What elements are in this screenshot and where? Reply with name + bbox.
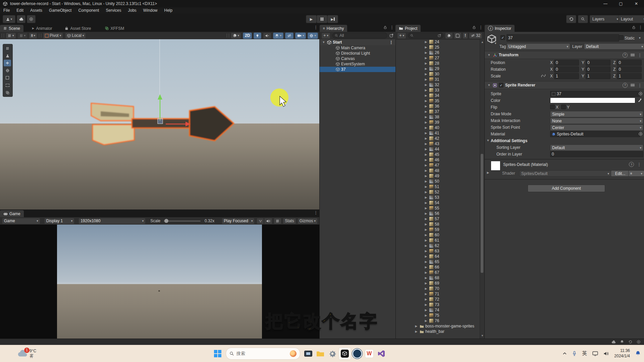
project-asset-row[interactable]: ▶ 69 xyxy=(395,281,480,286)
static-dropdown[interactable]: ▾ xyxy=(639,36,641,40)
expand-arrow-icon[interactable]: ▶ xyxy=(424,115,428,119)
expand-arrow-icon[interactable]: ▶ xyxy=(424,142,428,145)
expand-arrow-icon[interactable]: ▶ xyxy=(424,180,428,183)
volume-icon[interactable] xyxy=(603,351,609,356)
expand-arrow-icon[interactable]: ▶ xyxy=(424,233,428,237)
scene-audio-toggle[interactable] xyxy=(263,33,271,39)
project-asset-row[interactable]: ▶ 43 xyxy=(395,141,480,146)
rotation-z-field[interactable]: 0 xyxy=(617,66,642,72)
weather-widget[interactable]: 1 9°C 雾 xyxy=(17,349,36,359)
hierarchy-item-row[interactable]: Directional Light xyxy=(320,51,395,56)
expand-arrow-icon[interactable]: ▶ xyxy=(424,249,428,253)
microphone-icon[interactable] xyxy=(572,351,577,356)
undo-history-button[interactable] xyxy=(566,15,576,23)
project-asset-row[interactable]: ▶ 64 xyxy=(395,254,480,259)
tab-hierarchy[interactable]: ≡ Hierarchy xyxy=(320,25,347,32)
start-button[interactable] xyxy=(212,348,224,360)
scale-y-field[interactable]: 1 xyxy=(586,73,610,79)
game-audio-toggle[interactable] xyxy=(264,218,272,224)
project-asset-row[interactable]: ▶ 28 xyxy=(395,61,480,66)
expand-arrow-icon[interactable]: ▶ xyxy=(424,99,428,103)
object-picker-icon[interactable] xyxy=(638,132,643,136)
pivot-dropdown[interactable]: Pivot▾ xyxy=(43,33,63,39)
expand-arrow-icon[interactable]: ▶ xyxy=(424,131,428,135)
project-asset-row[interactable]: ▶ 25 xyxy=(395,45,480,50)
project-asset-row[interactable]: ▶ 52 xyxy=(395,189,480,195)
expand-arrow-icon[interactable]: ▶ xyxy=(424,94,428,97)
expand-arrow-icon[interactable]: ▶ xyxy=(424,228,428,231)
expand-arrow-icon[interactable]: ▶ xyxy=(424,244,428,247)
project-asset-row[interactable]: ▶ 67 xyxy=(395,270,480,275)
hierarchy-panel-menu[interactable]: ⋮ xyxy=(390,25,394,29)
scroll-down-icon[interactable]: ▼ xyxy=(481,334,484,337)
expand-arrow-icon[interactable]: ▶ xyxy=(424,83,428,86)
rotation-y-field[interactable]: 0 xyxy=(586,66,610,72)
expand-arrow-icon[interactable]: ▶ xyxy=(424,298,428,301)
filter-by-type-button[interactable] xyxy=(445,33,453,39)
project-asset-row[interactable]: ▶ 62 xyxy=(395,243,480,248)
expand-arrow-icon[interactable]: ▶ xyxy=(424,260,428,263)
project-panel-menu[interactable]: ⋮ xyxy=(479,25,483,29)
toolbar-grip[interactable] xyxy=(2,34,4,38)
menu-item[interactable]: Jobs xyxy=(124,8,140,13)
arrow-sprite[interactable] xyxy=(91,103,234,145)
favorites-button[interactable]: ! xyxy=(463,33,468,39)
link-broken-icon[interactable] xyxy=(541,74,546,78)
draw-mode-dropdown[interactable]: Simple▾ xyxy=(550,111,643,117)
active-checkbox[interactable]: ✓ xyxy=(500,35,505,40)
position-x-field[interactable]: 0 xyxy=(554,60,579,66)
project-asset-row[interactable]: ▶ 38 xyxy=(395,114,480,120)
refresh-icon[interactable] xyxy=(628,340,632,344)
expand-arrow-icon[interactable]: ▶ xyxy=(424,282,428,285)
expand-arrow-icon[interactable]: ▶ xyxy=(424,51,428,54)
presets-icon[interactable] xyxy=(631,54,635,57)
component-enabled-checkbox[interactable]: ✓ xyxy=(499,83,503,87)
expand-arrow-icon[interactable]: ▶ xyxy=(424,158,428,162)
expand-arrow-icon[interactable]: ▶ xyxy=(424,239,428,242)
presets-icon[interactable] xyxy=(631,84,635,87)
menu-item[interactable]: Component xyxy=(75,8,102,13)
expand-arrow-icon[interactable]: ▶ xyxy=(424,271,428,274)
position-z-field[interactable]: 0 xyxy=(617,60,642,66)
toolbar-grip[interactable] xyxy=(227,34,229,38)
help-icon[interactable]: ? xyxy=(629,162,634,167)
scene-row-menu[interactable]: ⋮ xyxy=(389,40,393,45)
snap-increment-dropdown[interactable]: |‖|▾ xyxy=(29,33,37,39)
foldout-arrow-icon[interactable]: ▼ xyxy=(487,83,491,87)
help-icon[interactable]: ? xyxy=(623,83,628,88)
project-asset-row[interactable]: ▶ 47 xyxy=(395,163,480,168)
object-name-field[interactable]: 37 xyxy=(506,34,619,42)
project-asset-row[interactable]: ▶ 63 xyxy=(395,248,480,254)
project-scrollbar[interactable]: ▲ ▼ xyxy=(480,39,484,339)
scale-slider-knob[interactable] xyxy=(164,219,168,223)
close-button[interactable]: ✕ xyxy=(629,0,644,7)
project-asset-row[interactable]: ▶ 68 xyxy=(395,275,480,281)
project-asset-row[interactable]: ▶ 53 xyxy=(395,195,480,200)
app-icon-visual-studio[interactable] xyxy=(375,348,387,360)
expand-arrow-icon[interactable]: ▶ xyxy=(424,265,428,269)
foldout-arrow-icon[interactable]: ▼ xyxy=(487,53,491,57)
expand-arrow-icon[interactable]: ▶ xyxy=(424,78,428,81)
shader-dropdown[interactable]: Sprites/Default▾ xyxy=(519,170,611,177)
expand-arrow-icon[interactable]: ▶ xyxy=(424,40,428,44)
project-asset-row[interactable]: ▶ 50 xyxy=(395,179,480,184)
project-asset-row[interactable]: ▶ 54 xyxy=(395,200,480,205)
tab-game[interactable]: Game xyxy=(0,210,24,217)
position-y-field[interactable]: 0 xyxy=(586,60,610,66)
expand-arrow-icon[interactable]: ▶ xyxy=(424,67,428,70)
expand-arrow-icon[interactable]: ▶ xyxy=(424,196,428,199)
foldout-arrow-icon[interactable]: ▼ xyxy=(486,139,490,142)
cloud-button[interactable] xyxy=(17,15,25,23)
project-add-button[interactable]: +▾ xyxy=(397,33,406,39)
project-asset-row[interactable]: ▶ 37 xyxy=(395,109,480,114)
expand-arrow-icon[interactable]: ▶ xyxy=(424,292,428,296)
hierarchy-item-row[interactable]: Main Camera xyxy=(320,45,395,51)
tab-animator[interactable]: ➤ Animator xyxy=(28,25,55,32)
expand-arrow-icon[interactable]: ▶ xyxy=(424,223,428,226)
expand-arrow-icon[interactable]: ▶ xyxy=(424,212,428,215)
tab-inspector[interactable]: i Inspector xyxy=(485,25,515,32)
tag-dropdown[interactable]: Untagged▾ xyxy=(506,43,570,50)
project-asset-row[interactable]: ▶ 60 xyxy=(395,232,480,238)
expand-arrow-icon[interactable]: ▶ xyxy=(424,46,428,49)
expand-arrow-icon[interactable]: ▶ xyxy=(424,255,428,258)
